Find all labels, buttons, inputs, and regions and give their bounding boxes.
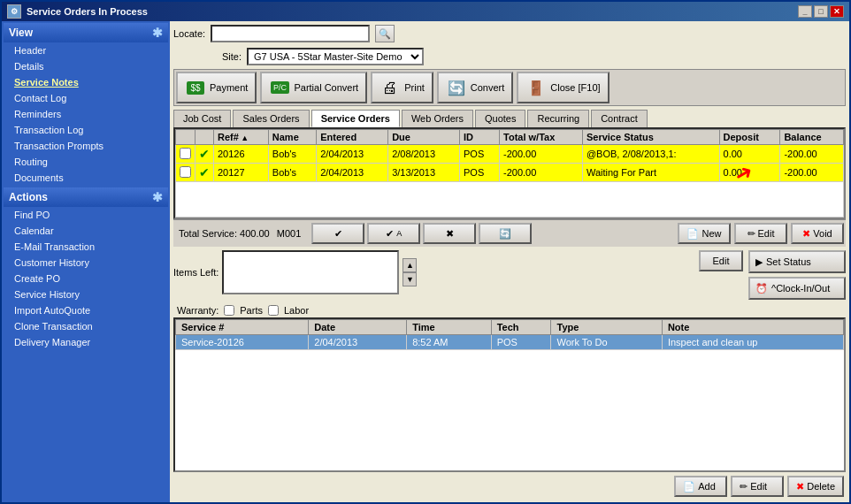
sidebar-item-import-autoquote[interactable]: Import AutoQuote	[4, 302, 168, 318]
close-window-button[interactable]: ✕	[830, 5, 844, 18]
partial-convert-button[interactable]: P/C Partial Convert	[260, 72, 367, 103]
sidebar-item-documents[interactable]: Documents	[4, 170, 168, 186]
toolbar: $$ Payment P/C Partial Convert 🖨 Print 🔄…	[173, 69, 846, 106]
row-checkbox[interactable]	[180, 166, 191, 178]
sidebar-item-calendar[interactable]: Calendar	[4, 223, 168, 239]
delete-button[interactable]: ✖ Delete	[787, 476, 844, 497]
print-button[interactable]: 🖨 Print	[371, 72, 433, 103]
scroll-down-button[interactable]: ▼	[402, 272, 417, 286]
sidebar-item-service-history[interactable]: Service History	[4, 286, 168, 302]
site-row: Site: G7 USA - 5Star Master-Site Demo	[222, 48, 846, 65]
cell-balance: -200.00	[780, 145, 844, 164]
sidebar-item-create-po[interactable]: Create PO	[4, 271, 168, 286]
cell-balance: -200.00	[780, 164, 844, 182]
cell-check[interactable]	[176, 164, 196, 182]
add-button[interactable]: 📄 Add	[674, 476, 727, 497]
refresh-button[interactable]: 🔄	[479, 223, 532, 244]
col-time: Time	[407, 320, 492, 335]
sidebar-item-transaction-log[interactable]: Transaction Log	[4, 122, 168, 138]
service-table-row[interactable]: Service-20126 2/04/2013 8:52 AM POS Work…	[176, 335, 844, 350]
col-deposit[interactable]: Deposit	[719, 130, 780, 145]
checkmark-a-button[interactable]: ✔A	[367, 223, 420, 244]
cell-green-check: ✔	[196, 164, 214, 182]
locate-search-button[interactable]: 🔍	[375, 25, 395, 42]
tab-job-cost[interactable]: Job Cost	[173, 110, 231, 127]
cell-deposit: 0.00	[719, 164, 780, 182]
items-left-textarea[interactable]	[222, 250, 399, 294]
cell-date: 2/04/2013	[309, 335, 407, 350]
tabs: Job Cost Sales Orders Service Orders Web…	[173, 110, 846, 127]
tab-contract[interactable]: Contract	[591, 110, 648, 127]
uncheck-button[interactable]: ✖	[423, 223, 476, 244]
edit-button-bottom[interactable]: ✏ Edit	[731, 476, 784, 497]
col-service-status[interactable]: Service Status	[582, 130, 719, 145]
tab-sales-orders[interactable]: Sales Orders	[233, 110, 309, 127]
labor-checkbox[interactable]	[268, 305, 279, 316]
set-status-button[interactable]: ▶ Set Status	[748, 250, 846, 273]
col-total[interactable]: Total w/Tax	[500, 130, 583, 145]
add-icon: 📄	[683, 481, 695, 493]
edit-items-button[interactable]: Edit	[699, 250, 743, 271]
sidebar-item-reminders[interactable]: Reminders	[4, 106, 168, 122]
sidebar-item-email[interactable]: E-Mail Transaction	[4, 239, 168, 255]
table-row[interactable]: ✔ 20127 Bob's 2/04/2013 3/13/2013 POS -2…	[176, 164, 844, 182]
cell-green-check: ✔	[196, 145, 214, 164]
cell-due: 2/08/2013	[388, 145, 460, 164]
payment-button[interactable]: $$ Payment	[176, 72, 257, 103]
tab-service-orders[interactable]: Service Orders	[311, 110, 400, 127]
clock-in-out-button[interactable]: ⏰ ^Clock-In/Out	[748, 277, 846, 300]
row-checkbox[interactable]	[180, 148, 191, 159]
checkmark-all-button[interactable]: ✔	[311, 223, 364, 244]
col-id[interactable]: ID	[460, 130, 500, 145]
tab-quotes[interactable]: Quotes	[475, 110, 525, 127]
cell-status: @BOB, 2/08/2013,1:	[582, 145, 719, 164]
sidebar-item-find-po[interactable]: Find PO	[4, 207, 168, 223]
sidebar-item-details[interactable]: Details	[4, 58, 168, 74]
tab-web-orders[interactable]: Web Orders	[402, 110, 473, 127]
table-row[interactable]: ✔ 20126 Bob's 2/04/2013 2/08/2013 POS -2…	[176, 145, 844, 164]
col-type: Type	[551, 320, 662, 335]
sidebar-item-service-notes[interactable]: Service Notes	[4, 74, 168, 90]
site-select[interactable]: G7 USA - 5Star Master-Site Demo	[247, 48, 424, 65]
sidebar-item-contact-log[interactable]: Contact Log	[4, 90, 168, 106]
cell-entered: 2/04/2013	[317, 145, 388, 164]
cell-due: 3/13/2013	[388, 164, 460, 182]
edit-icon: ✏	[748, 228, 755, 240]
parts-label: Parts	[240, 305, 263, 316]
cell-service-num: Service-20126	[176, 335, 309, 350]
minimize-button[interactable]: _	[798, 5, 812, 18]
cell-time: 8:52 AM	[407, 335, 492, 350]
view-collapse-icon: ✱	[152, 26, 163, 40]
sidebar-item-transaction-prompts[interactable]: Transaction Prompts	[4, 138, 168, 154]
void-button[interactable]: ✖ Void	[791, 223, 844, 244]
window-title: Service Orders In Process	[27, 6, 798, 17]
parts-checkbox[interactable]	[224, 305, 234, 316]
cell-check[interactable]	[176, 145, 196, 164]
col-balance[interactable]: Balance	[780, 130, 844, 145]
scroll-buttons: ▲ ▼	[402, 258, 417, 286]
view-section-header[interactable]: View ✱	[4, 23, 168, 42]
col-name[interactable]: Name	[268, 130, 316, 145]
sidebar-item-delivery-manager[interactable]: Delivery Manager	[4, 334, 168, 350]
service-area: Items Left: ▲ ▼ Edit ▶ Set Status	[173, 250, 846, 472]
total-service-label: Total Service: 400.00	[179, 228, 270, 239]
col-entered[interactable]: Entered	[317, 130, 388, 145]
maximize-button[interactable]: □	[814, 5, 828, 18]
col-ref[interactable]: Ref#	[214, 130, 269, 145]
edit-button-top[interactable]: ✏ Edit	[734, 223, 787, 244]
cell-id: POS	[460, 164, 500, 182]
close-button[interactable]: 🚪 Close [F10]	[517, 72, 609, 103]
col-check	[176, 130, 196, 145]
col-due[interactable]: Due	[388, 130, 460, 145]
sidebar-item-header[interactable]: Header	[4, 42, 168, 58]
new-icon: 📄	[686, 228, 699, 240]
sidebar-item-clone-transaction[interactable]: Clone Transaction	[4, 318, 168, 334]
actions-section-header[interactable]: Actions ✱	[4, 187, 168, 207]
sidebar-item-customer-history[interactable]: Customer History	[4, 255, 168, 271]
new-button[interactable]: 📄 New	[678, 223, 731, 244]
tab-recurring[interactable]: Recurring	[527, 110, 589, 127]
convert-button[interactable]: 🔄 Convert	[437, 72, 514, 103]
locate-input[interactable]	[211, 25, 370, 42]
sidebar-item-routing[interactable]: Routing	[4, 154, 168, 170]
scroll-up-button[interactable]: ▲	[402, 258, 417, 272]
